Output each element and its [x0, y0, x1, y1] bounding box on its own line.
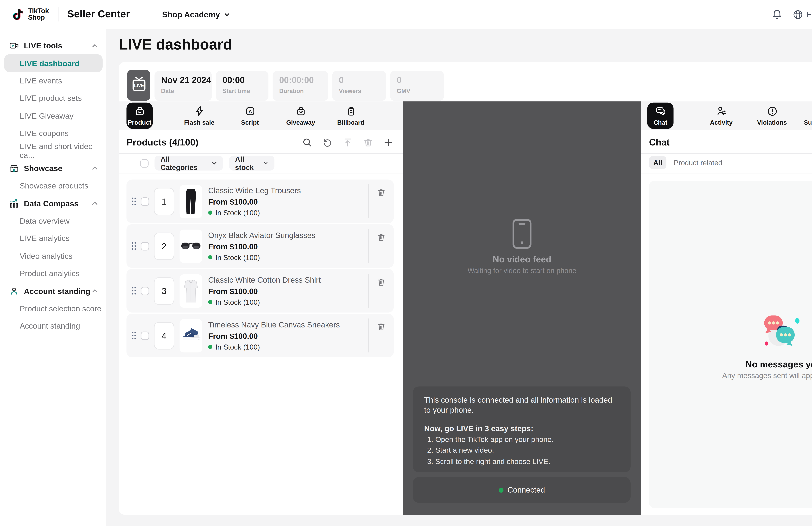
row-checkbox[interactable] — [141, 331, 149, 340]
chat-empty-state: No messages yet Any messages sent will a… — [649, 181, 812, 508]
drag-handle-icon[interactable] — [131, 286, 136, 295]
trash-icon[interactable] — [376, 322, 386, 332]
product-info: Classic Wide-Leg Trousers From $100.00 I… — [208, 186, 368, 217]
console-step: 1. Open the TikTok app on your phone. — [424, 435, 619, 444]
sidebar-section-account-standing[interactable]: Account standing — [0, 282, 106, 300]
position-input[interactable]: 4 — [154, 322, 174, 349]
stat-start-time[interactable]: 00:00 Start time — [216, 71, 269, 101]
sidebar-item-live-analytics[interactable]: LIVE analytics — [0, 230, 106, 247]
chip-product-related[interactable]: Product related — [674, 156, 722, 169]
product-stock: In Stock (100) — [208, 342, 368, 351]
tab-chat[interactable]: Chat — [647, 103, 673, 129]
live-tv-icon: LIVE — [127, 70, 150, 101]
language-selector[interactable]: English — [792, 9, 812, 20]
storefront-icon — [9, 163, 19, 173]
drag-handle-icon[interactable] — [131, 242, 136, 250]
tab-script[interactable]: A Script — [232, 103, 268, 129]
sidebar-item-live-giveaway[interactable]: LIVE Giveaway — [0, 107, 106, 125]
dashboard-card: LIVE Nov 21 2024 Date 00:00 Start time 0… — [119, 62, 812, 515]
tab-activity[interactable]: Activity — [704, 103, 739, 129]
product-row: 1 Classic Wide-Leg Trousers From $100.00… — [127, 179, 394, 223]
tab-flash-sale[interactable]: Flash sale — [182, 103, 217, 129]
sidebar-item-account-standing[interactable]: Account standing — [0, 317, 106, 335]
move-to-top-icon[interactable] — [343, 137, 353, 148]
alert-circle-icon — [766, 105, 778, 117]
trash-icon[interactable] — [376, 188, 386, 198]
product-price: From $100.00 — [208, 197, 368, 206]
row-actions — [368, 184, 394, 218]
product-price: From $100.00 — [208, 331, 368, 340]
product-info: Classic White Cotton Dress Shirt From $1… — [208, 275, 368, 306]
sidebar-item-product-selection-score[interactable]: Product selection score — [0, 300, 106, 317]
bell-icon[interactable] — [771, 9, 783, 20]
chip-all[interactable]: All — [649, 156, 667, 169]
stock-dropdown[interactable]: All stock — [229, 156, 274, 171]
tiktok-logo-icon — [11, 6, 25, 22]
search-icon[interactable] — [302, 137, 313, 148]
position-input[interactable]: 1 — [154, 188, 174, 215]
drag-handle-icon[interactable] — [131, 197, 136, 206]
tab-giveaway[interactable]: Giveaway — [283, 103, 318, 129]
console-message: This console is connected and all inform… — [413, 386, 630, 472]
header-divider — [58, 7, 58, 21]
row-actions — [368, 274, 394, 308]
billboard-icon — [345, 105, 357, 117]
chevron-down-icon — [263, 160, 269, 166]
nav-shop-academy[interactable]: Shop Academy — [162, 10, 230, 19]
video-empty-title: No video feed — [493, 254, 551, 264]
select-all-checkbox[interactable] — [140, 159, 148, 167]
tab-violations[interactable]: Violations — [754, 103, 790, 129]
sidebar-item-showcase-products[interactable]: Showcase products — [0, 177, 106, 195]
sidebar-section-live-tools[interactable]: LIVE tools — [0, 37, 106, 55]
seller-center-title: Seller Center — [67, 8, 130, 20]
trash-icon[interactable] — [376, 233, 386, 242]
product-price: From $100.00 — [208, 287, 368, 295]
stat-date[interactable]: Nov 21 2024 Date — [155, 71, 212, 101]
trash-icon[interactable] — [376, 277, 386, 287]
stock-dot — [208, 210, 213, 215]
sidebar-item-live-coupons[interactable]: LIVE coupons — [0, 125, 106, 142]
sidebar-section-data-compass[interactable]: Data Compass — [0, 195, 106, 212]
product-image — [179, 319, 202, 352]
connected-dot — [498, 487, 503, 492]
sidebar-item-product-analytics[interactable]: Product analytics — [0, 265, 106, 282]
sidebar-item-live-dashboard[interactable]: LIVE dashboard — [0, 55, 106, 72]
product-stock: In Stock (100) — [208, 208, 368, 217]
sidebar-item-data-overview[interactable]: Data overview — [0, 212, 106, 230]
sidebar-section-showcase[interactable]: Showcase — [0, 160, 106, 177]
product-filters: All Categories All stock — [140, 156, 274, 171]
undo-icon[interactable] — [322, 137, 333, 148]
position-input[interactable]: 3 — [154, 277, 174, 304]
categories-dropdown[interactable]: All Categories — [155, 156, 223, 171]
position-input[interactable]: 2 — [154, 232, 174, 260]
bar-chart-icon — [9, 199, 19, 208]
product-row: 4 Timeless Navy Blue Canvas Sneakers Fro… — [127, 313, 394, 357]
row-checkbox[interactable] — [141, 197, 149, 205]
product-name: Timeless Navy Blue Canvas Sneakers — [208, 320, 368, 329]
product-stock: In Stock (100) — [208, 253, 368, 261]
sidebar-item-live-product-sets[interactable]: LIVE product sets — [0, 90, 106, 107]
drag-handle-icon[interactable] — [131, 331, 136, 340]
add-product-icon[interactable] — [383, 137, 394, 148]
tab-product[interactable]: Product — [127, 103, 153, 129]
shopping-bag-icon — [134, 105, 145, 117]
product-row: 3 Classic White Cotton Dress Shirt From … — [127, 269, 394, 312]
trash-icon[interactable] — [363, 137, 373, 148]
stock-dot — [208, 345, 213, 349]
video-camera-icon — [9, 41, 19, 50]
sidebar-item-live-events[interactable]: LIVE events — [0, 72, 106, 90]
console-intro: This console is connected and all inform… — [424, 395, 619, 415]
tab-billboard[interactable]: Billboard — [333, 103, 369, 129]
product-row: 2 Onyx Black Aviator Sunglasses From $10… — [127, 224, 394, 268]
product-info: Timeless Navy Blue Canvas Sneakers From … — [208, 320, 368, 351]
row-checkbox[interactable] — [141, 287, 149, 295]
divider — [641, 174, 812, 174]
svg-text:A: A — [248, 109, 252, 114]
tab-suggestions[interactable]: Suggestions — [801, 103, 812, 129]
sidebar-item-live-short-video[interactable]: LIVE and short video ca... — [0, 142, 106, 160]
chevron-up-icon — [91, 200, 98, 207]
row-checkbox[interactable] — [141, 242, 149, 250]
sidebar-item-video-analytics[interactable]: Video analytics — [0, 247, 106, 265]
person-icon — [9, 286, 19, 296]
product-panel-tabstrip: Product Flash sale A Script Giveaway Bil… — [119, 101, 403, 130]
